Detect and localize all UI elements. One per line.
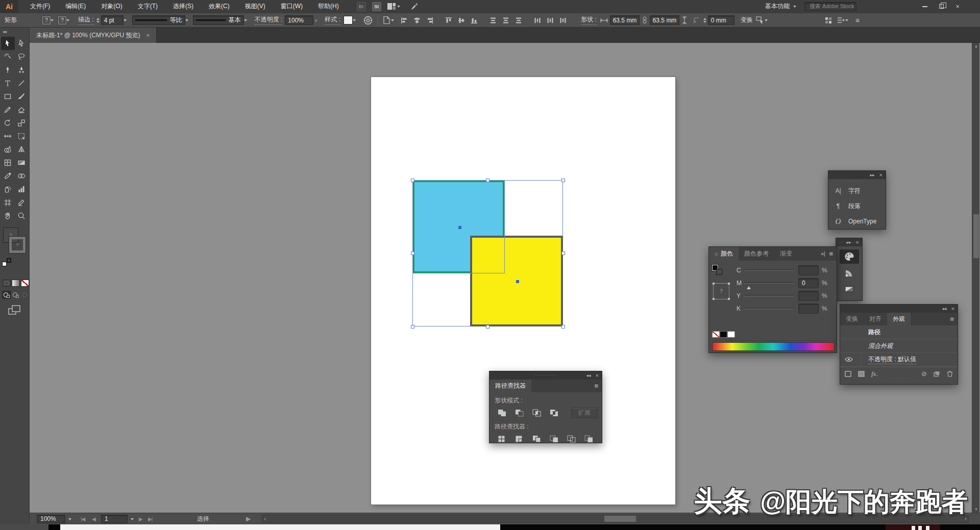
- slider-handle-icon[interactable]: [747, 284, 751, 289]
- symbol-sprayer-tool[interactable]: [1, 183, 15, 196]
- minus-front-button[interactable]: [513, 408, 525, 418]
- lasso-tool[interactable]: [15, 50, 29, 63]
- dist-h-right-icon[interactable]: [558, 16, 568, 25]
- screen-mode-icon[interactable]: [8, 305, 29, 315]
- align-v-bottom-icon[interactable]: [469, 16, 479, 25]
- selection-handle[interactable]: [561, 179, 565, 182]
- toolbar-collapse-icon[interactable]: ◂◂: [0, 28, 29, 37]
- shape-builder-tool[interactable]: [1, 143, 15, 156]
- style-label[interactable]: 样式 :: [325, 15, 340, 25]
- panel-close-icon[interactable]: ×: [596, 373, 599, 378]
- add-fill-icon[interactable]: [858, 371, 865, 377]
- gradient-panel-icon[interactable]: [840, 282, 859, 296]
- add-stroke-icon[interactable]: [845, 371, 851, 377]
- menu-item-7[interactable]: 窗口(W): [273, 0, 310, 13]
- paintbrush-tool[interactable]: [15, 90, 29, 103]
- channel-value-field[interactable]: [798, 265, 819, 275]
- scale-tool[interactable]: [15, 116, 29, 130]
- default-fill-stroke-icon[interactable]: [2, 258, 11, 266]
- color-mode-button[interactable]: [3, 280, 11, 287]
- artboard-caret-icon[interactable]: [131, 518, 134, 522]
- stock-badge-icon[interactable]: St: [372, 2, 381, 11]
- menu-item-3[interactable]: 文字(T): [130, 0, 165, 13]
- minus-back-button[interactable]: [582, 434, 595, 444]
- close-button[interactable]: ×: [949, 0, 966, 13]
- fill-color-swatch[interactable]: ?: [42, 16, 51, 24]
- magic-wand-tool[interactable]: [1, 50, 15, 63]
- free-transform-tool[interactable]: [15, 130, 29, 143]
- next-artboard-button[interactable]: ▶: [139, 514, 142, 523]
- menu-item-5[interactable]: 效果(C): [201, 0, 237, 13]
- clear-appearance-icon[interactable]: ⊘: [921, 370, 927, 377]
- intersect-button[interactable]: [530, 408, 543, 418]
- appearance-menu-icon[interactable]: ≡: [946, 313, 958, 325]
- line-segment-tool[interactable]: [15, 77, 29, 90]
- scroll-up-icon[interactable]: ▲: [972, 44, 980, 48]
- cyan-center-point[interactable]: [458, 226, 461, 229]
- type-dock-close-icon[interactable]: ×: [879, 172, 883, 178]
- yellow-center-point[interactable]: [516, 280, 519, 283]
- fill-color-caret-icon[interactable]: [51, 19, 54, 23]
- crop-button[interactable]: [548, 434, 560, 444]
- hand-tool[interactable]: [1, 209, 15, 222]
- brush-select[interactable]: 基本: [193, 15, 244, 25]
- outline-button[interactable]: [565, 434, 577, 444]
- none-mode-button[interactable]: [21, 280, 29, 287]
- select-similar-caret-icon[interactable]: [765, 19, 768, 23]
- appearance-row-mixed[interactable]: 混合外观: [840, 339, 958, 353]
- selection-handle[interactable]: [561, 251, 565, 255]
- stroke-weight-caret-icon[interactable]: [124, 19, 127, 23]
- width-tool[interactable]: [1, 130, 15, 143]
- control-bar-menu-icon[interactable]: ≡: [855, 16, 860, 24]
- zoom-level-caret-icon[interactable]: [68, 518, 71, 522]
- selection-handle[interactable]: [486, 179, 489, 182]
- scroll-down-icon[interactable]: ▼: [972, 507, 980, 512]
- mesh-tool[interactable]: [1, 156, 15, 169]
- appearance-row-path[interactable]: 路径: [840, 325, 958, 339]
- stroke-color-swatch[interactable]: ?: [58, 16, 66, 24]
- channel-slider[interactable]: [745, 282, 794, 284]
- dist-h-center-icon[interactable]: [545, 16, 555, 25]
- previous-artboard-button[interactable]: ◀: [92, 514, 95, 523]
- panel-dock-caret-icon[interactable]: [845, 19, 848, 23]
- arrange-documents-icon[interactable]: [387, 3, 400, 10]
- selection-handle[interactable]: [411, 251, 414, 255]
- width-profile-select[interactable]: 等比: [132, 15, 185, 25]
- rectangle-tool[interactable]: [1, 90, 15, 103]
- tab-color-guide[interactable]: 颜色参考: [739, 247, 774, 261]
- minimize-button[interactable]: [917, 0, 933, 13]
- horizontal-scroll-thumb[interactable]: [604, 516, 636, 522]
- type-tool[interactable]: [1, 77, 15, 90]
- shaper-tool[interactable]: [1, 103, 15, 116]
- appearance-row-opacity[interactable]: 不透明度 : 默认值: [840, 353, 958, 367]
- stroke-weight-stepper[interactable]: [96, 16, 100, 24]
- visibility-eye-icon[interactable]: [845, 357, 853, 362]
- corner-radius-stepper[interactable]: [703, 16, 706, 24]
- color-stroke-proxy[interactable]: ?: [713, 283, 729, 299]
- stock-search-input[interactable]: 搜索 Adobe Stock: [804, 2, 856, 11]
- dist-v-top-icon[interactable]: [488, 16, 498, 25]
- corner-radius-field[interactable]: 0 mm: [708, 15, 734, 25]
- channel-slider[interactable]: [745, 308, 794, 309]
- menu-item-6[interactable]: 视图(V): [237, 0, 273, 13]
- document-tab[interactable]: 未标题-1* @ 100% (CMYK/GPU 预览) ×: [30, 28, 157, 43]
- menu-item-4[interactable]: 选择(S): [165, 0, 201, 13]
- curvature-tool[interactable]: [15, 63, 29, 77]
- dist-v-center-icon[interactable]: [501, 16, 511, 25]
- style-caret-icon[interactable]: [353, 19, 356, 23]
- stroke-label[interactable]: 描边 :: [78, 15, 94, 25]
- tab-pathfinder[interactable]: 路径查找器: [489, 380, 531, 392]
- align-h-center-icon[interactable]: [412, 16, 422, 25]
- divide-button[interactable]: [496, 434, 508, 444]
- exclude-button[interactable]: [548, 408, 560, 418]
- gpu-performance-icon[interactable]: [410, 3, 419, 11]
- perspective-grid-tool[interactable]: [15, 143, 29, 156]
- selection-handle[interactable]: [411, 325, 414, 329]
- artboard-tool[interactable]: [1, 196, 15, 209]
- tab-变换[interactable]: 变换: [840, 313, 864, 325]
- panel-collapse-icon[interactable]: ◂◂: [586, 373, 591, 378]
- color-collapse-icon[interactable]: ◇: [715, 251, 718, 257]
- align-v-top-icon[interactable]: [444, 16, 454, 25]
- width-profile-caret-icon[interactable]: [185, 19, 188, 23]
- restore-button[interactable]: [933, 0, 949, 13]
